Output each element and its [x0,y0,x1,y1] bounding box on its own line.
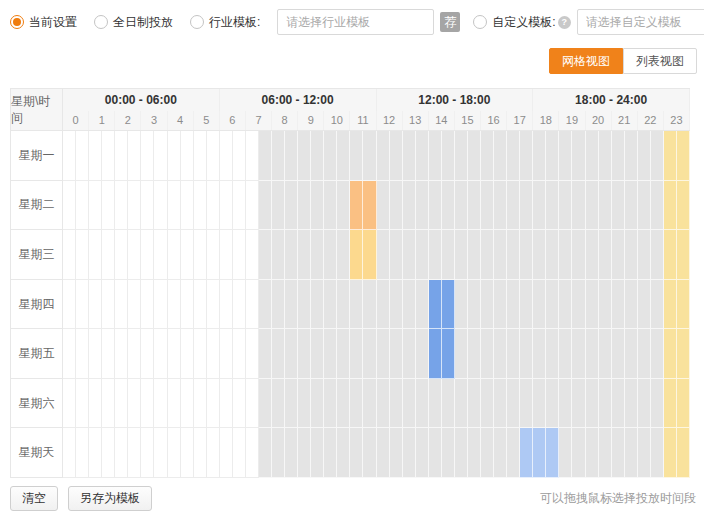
time-slot-cell[interactable] [168,280,181,330]
time-slot-cell[interactable] [638,131,651,181]
time-slot-cell[interactable] [76,280,89,330]
time-slot-cell[interactable] [390,181,403,231]
time-slot-cell[interactable] [520,280,533,330]
time-slot-cell[interactable] [128,131,141,181]
time-slot-cell[interactable] [507,428,520,478]
time-slot-cell[interactable] [559,131,572,181]
time-slot-cell[interactable] [76,428,89,478]
time-slot-cell[interactable] [520,379,533,429]
time-slot-cell[interactable] [246,230,259,280]
time-slot-cell[interactable] [612,181,625,231]
time-slot-cell[interactable] [507,379,520,429]
time-slot-cell[interactable] [194,181,207,231]
time-slot-cell[interactable] [429,379,442,429]
time-slot-cell[interactable] [494,329,507,379]
time-slot-cell[interactable] [546,379,559,429]
time-slot-cell[interactable] [233,131,246,181]
time-slot-cell[interactable] [612,428,625,478]
time-slot-cell[interactable] [102,379,115,429]
time-slot-cell[interactable] [128,379,141,429]
time-slot-cell[interactable] [350,329,363,379]
time-slot-cell[interactable] [638,379,651,429]
time-slot-cell[interactable] [285,329,298,379]
time-slot-cell[interactable] [612,131,625,181]
time-slot-cell[interactable] [546,131,559,181]
time-slot-cell[interactable] [651,280,664,330]
time-slot-cell[interactable] [442,230,455,280]
time-slot-cell[interactable] [586,230,599,280]
time-slot-cell[interactable] [455,379,468,429]
time-slot-cell[interactable] [377,329,390,379]
time-slot-cell[interactable] [638,181,651,231]
industry-template-input[interactable] [277,9,434,35]
time-slot-cell[interactable] [63,329,76,379]
time-slot-cell[interactable] [494,230,507,280]
time-slot-cell[interactable] [468,329,481,379]
time-slot-cell[interactable] [115,379,128,429]
time-slot-cell[interactable] [599,181,612,231]
time-slot-cell[interactable] [546,230,559,280]
time-slot-cell[interactable] [207,230,220,280]
time-slot-cell[interactable] [246,379,259,429]
time-slot-cell[interactable] [586,428,599,478]
time-slot-cell[interactable] [115,181,128,231]
time-slot-cell[interactable] [403,379,416,429]
time-slot-cell[interactable] [468,379,481,429]
time-slot-cell[interactable] [298,181,311,231]
time-slot-cell[interactable] [141,181,154,231]
time-slot-cell[interactable] [337,230,350,280]
time-slot-cell[interactable] [651,181,664,231]
time-slot-cell[interactable] [625,379,638,429]
radio-industry-template[interactable]: 行业模板: [190,14,260,31]
time-slot-cell[interactable] [181,379,194,429]
time-slot-cell[interactable] [429,131,442,181]
grid-view-button[interactable]: 网格视图 [549,48,623,74]
time-slot-cell[interactable] [507,181,520,231]
time-slot-cell[interactable] [154,181,167,231]
time-slot-cell[interactable] [559,280,572,330]
time-slot-cell[interactable] [507,280,520,330]
time-slot-cell[interactable] [63,280,76,330]
time-slot-cell[interactable] [520,428,533,478]
time-slot-cell[interactable] [272,329,285,379]
time-slot-cell[interactable] [677,181,690,231]
time-slot-cell[interactable] [363,131,376,181]
time-slot-cell[interactable] [416,379,429,429]
time-slot-cell[interactable] [337,181,350,231]
time-slot-cell[interactable] [559,181,572,231]
time-slot-cell[interactable] [416,329,429,379]
time-slot-cell[interactable] [220,230,233,280]
time-slot-cell[interactable] [181,230,194,280]
time-slot-cell[interactable] [207,329,220,379]
time-slot-cell[interactable] [337,329,350,379]
time-slot-cell[interactable] [455,230,468,280]
time-slot-cell[interactable] [481,428,494,478]
time-slot-cell[interactable] [507,131,520,181]
time-slot-cell[interactable] [128,329,141,379]
time-slot-cell[interactable] [259,131,272,181]
time-slot-cell[interactable] [350,428,363,478]
time-slot-cell[interactable] [677,428,690,478]
time-slot-cell[interactable] [416,230,429,280]
time-slot-cell[interactable] [141,379,154,429]
time-slot-cell[interactable] [677,329,690,379]
time-slot-cell[interactable] [207,181,220,231]
time-slot-cell[interactable] [533,181,546,231]
time-slot-cell[interactable] [586,181,599,231]
time-slot-cell[interactable] [390,379,403,429]
time-slot-cell[interactable] [403,280,416,330]
time-slot-cell[interactable] [533,280,546,330]
time-slot-cell[interactable] [403,329,416,379]
time-slot-cell[interactable] [664,379,677,429]
time-slot-cell[interactable] [272,428,285,478]
time-slot-cell[interactable] [285,280,298,330]
time-slot-cell[interactable] [390,428,403,478]
time-slot-cell[interactable] [181,428,194,478]
time-slot-cell[interactable] [403,230,416,280]
time-slot-cell[interactable] [625,428,638,478]
time-slot-cell[interactable] [128,280,141,330]
time-slot-cell[interactable] [337,131,350,181]
time-slot-cell[interactable] [533,230,546,280]
time-slot-cell[interactable] [63,379,76,429]
time-slot-cell[interactable] [141,230,154,280]
